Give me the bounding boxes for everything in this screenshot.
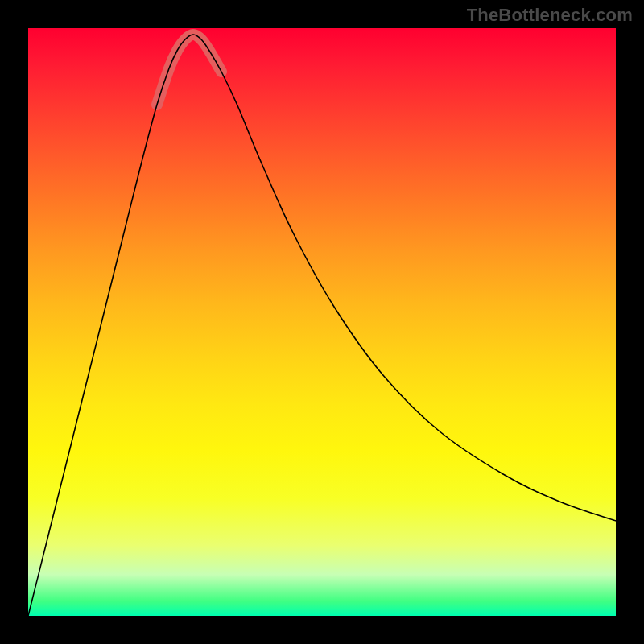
optimal-region-highlight — [157, 35, 221, 105]
chart-frame: TheBottleneck.com — [0, 0, 644, 644]
chart-svg — [28, 28, 616, 616]
watermark-label: TheBottleneck.com — [467, 5, 633, 26]
bottleneck-curve — [28, 35, 616, 616]
